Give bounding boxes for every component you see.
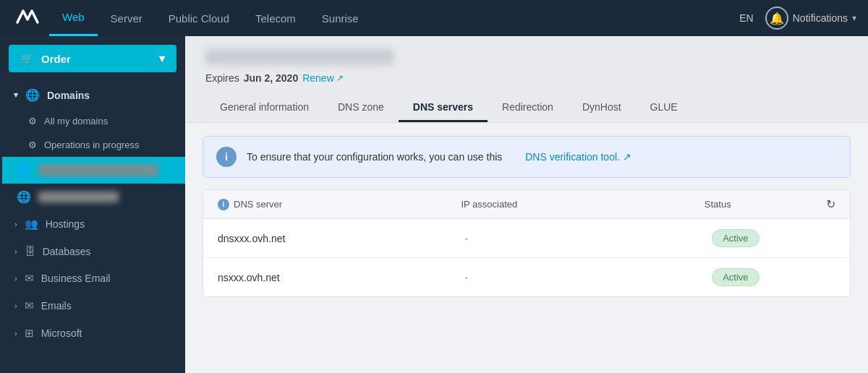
bell-icon: 🔔 <box>765 7 788 30</box>
hostings-label: Hostings <box>46 218 85 230</box>
operations-label: Operations in progress <box>44 140 140 150</box>
tab-dns-zone[interactable]: DNS zone <box>323 94 399 122</box>
nav-item-server[interactable]: Server <box>98 0 156 36</box>
order-button[interactable]: 🛒 Order ▾ <box>9 45 176 72</box>
database-icon: 🗄 <box>25 245 35 257</box>
chevron-down-icon: ▾ <box>14 90 18 100</box>
dns-server-col-label: DNS server <box>234 199 282 210</box>
sidebar-item-domain-second[interactable]: 🌐 ████████████ <box>2 184 185 210</box>
expires-row: Expires Jun 2, 2020 Renew ↗ <box>205 72 848 84</box>
renew-label: Renew <box>302 72 334 84</box>
globe-icon: 🌐 <box>17 190 31 204</box>
notifications-label: Notifications <box>793 12 848 24</box>
status-badge: Active <box>712 229 759 247</box>
info-banner-text: To ensure that your configuration works,… <box>247 151 502 163</box>
sidebar: 🛒 Order ▾ ▾ 🌐 Domains ⚙ All my domains ⚙… <box>0 36 185 373</box>
microsoft-label: Microsoft <box>41 327 82 339</box>
dns-table: i DNS server IP associated Status ↻ dnsx… <box>203 189 851 297</box>
sidebar-item-business-email[interactable]: › ✉ Business Email <box>0 265 185 292</box>
expires-text: Expires <box>205 72 239 84</box>
info-banner: i To ensure that your configuration work… <box>203 136 851 178</box>
dns-verification-link[interactable]: DNS verification tool. ↗ <box>525 151 631 163</box>
language-selector[interactable]: EN <box>739 12 753 24</box>
tab-glue[interactable]: GLUE <box>636 94 692 122</box>
sidebar-item-microsoft[interactable]: › ⊞ Microsoft <box>0 320 185 347</box>
dns-table-header: i DNS server IP associated Status ↻ <box>203 190 850 219</box>
emails-label: Emails <box>41 300 72 312</box>
external-link-icon: ↗ <box>336 73 344 83</box>
domains-header[interactable]: ▾ 🌐 Domains <box>2 81 185 109</box>
tab-dns-servers[interactable]: DNS servers <box>399 94 488 122</box>
chevron-right-icon: › <box>14 274 17 283</box>
dns-col-status-header: Status <box>705 199 826 210</box>
email-icon: ✉ <box>25 299 34 312</box>
business-email-label: Business Email <box>41 273 111 284</box>
main-layout: 🛒 Order ▾ ▾ 🌐 Domains ⚙ All my domains ⚙… <box>0 36 868 373</box>
nav-items: Web Server Public Cloud Telecom Sunrise <box>49 0 739 36</box>
sidebar-item-domain-active[interactable]: 🌐 ██████████████████ <box>2 157 185 184</box>
chevron-right-icon: › <box>14 247 17 256</box>
globe-icon: 🌐 <box>25 88 40 102</box>
renew-link[interactable]: Renew ↗ <box>302 72 344 84</box>
sidebar-item-emails[interactable]: › ✉ Emails <box>0 292 185 320</box>
domain-header: Expires Jun 2, 2020 Renew ↗ General info… <box>185 36 868 123</box>
chevron-down-icon: ▾ <box>852 13 856 23</box>
notifications-button[interactable]: 🔔 Notifications ▾ <box>765 7 856 30</box>
tab-general-information[interactable]: General information <box>205 94 323 122</box>
dns-col-ip-header: IP associated <box>461 199 704 210</box>
nav-item-web[interactable]: Web <box>49 0 98 36</box>
wrench-icon: ⚙ <box>28 116 37 127</box>
chevron-right-icon: › <box>14 329 17 338</box>
tab-dynhost[interactable]: DynHost <box>568 94 636 122</box>
gear-icon: ⚙ <box>28 140 37 150</box>
order-label: Order <box>41 53 71 65</box>
sidebar-item-operations[interactable]: ⚙ Operations in progress <box>2 133 185 157</box>
chevron-down-icon: ▾ <box>159 52 165 65</box>
top-navigation: Web Server Public Cloud Telecom Sunrise … <box>0 0 868 36</box>
dns-status-cell: Active <box>712 268 835 286</box>
domains-section: ▾ 🌐 Domains ⚙ All my domains ⚙ Operation… <box>0 81 185 210</box>
databases-label: Databases <box>43 246 91 257</box>
envelope-icon: ✉ <box>25 272 34 285</box>
sidebar-item-all-domains[interactable]: ⚙ All my domains <box>2 109 185 133</box>
main-content: Expires Jun 2, 2020 Renew ↗ General info… <box>185 36 868 373</box>
status-badge: Active <box>712 268 759 286</box>
dns-server-cell: nsxxx.ovh.net <box>218 272 465 283</box>
all-domains-label: All my domains <box>44 116 108 127</box>
chevron-right-icon: › <box>14 301 17 310</box>
dns-server-cell: dnsxxx.ovh.net <box>218 233 465 244</box>
expires-date: Jun 2, 2020 <box>244 72 299 84</box>
users-icon: 👥 <box>25 218 38 231</box>
sidebar-item-hostings[interactable]: › 👥 Hostings <box>0 210 185 238</box>
domain-title <box>205 49 393 65</box>
table-row: dnsxxx.ovh.net - Active <box>203 219 850 258</box>
globe-icon: 🌐 <box>17 163 31 177</box>
dns-ip-cell: - <box>465 272 712 283</box>
domains-label: Domains <box>47 90 90 101</box>
dns-ip-cell: - <box>465 233 712 244</box>
tab-redirection[interactable]: Redirection <box>488 94 568 122</box>
nav-item-public-cloud[interactable]: Public Cloud <box>156 0 242 36</box>
dns-link-text: DNS verification tool. <box>525 151 620 163</box>
domain-active-name: ██████████████████ <box>38 165 158 176</box>
domain-title-row <box>205 49 848 65</box>
tabs: General information DNS zone DNS servers… <box>205 94 848 122</box>
cart-icon: 🛒 <box>20 52 34 65</box>
table-row: nsxxx.ovh.net - Active <box>203 258 850 296</box>
refresh-button[interactable]: ↻ <box>826 197 835 211</box>
dns-col-server-header: i DNS server <box>218 199 461 210</box>
domain-second-name: ████████████ <box>38 192 119 202</box>
info-icon: i <box>216 147 237 167</box>
nav-right: EN 🔔 Notifications ▾ <box>739 7 856 30</box>
info-circle-icon: i <box>218 199 229 210</box>
nav-item-sunrise[interactable]: Sunrise <box>309 0 372 36</box>
logo[interactable] <box>12 5 43 31</box>
nav-item-telecom[interactable]: Telecom <box>242 0 309 36</box>
dns-status-cell: Active <box>712 229 835 247</box>
windows-icon: ⊞ <box>25 327 34 340</box>
sidebar-item-databases[interactable]: › 🗄 Databases <box>0 238 185 265</box>
external-link-icon: ↗ <box>623 151 631 163</box>
chevron-right-icon: › <box>14 220 17 228</box>
